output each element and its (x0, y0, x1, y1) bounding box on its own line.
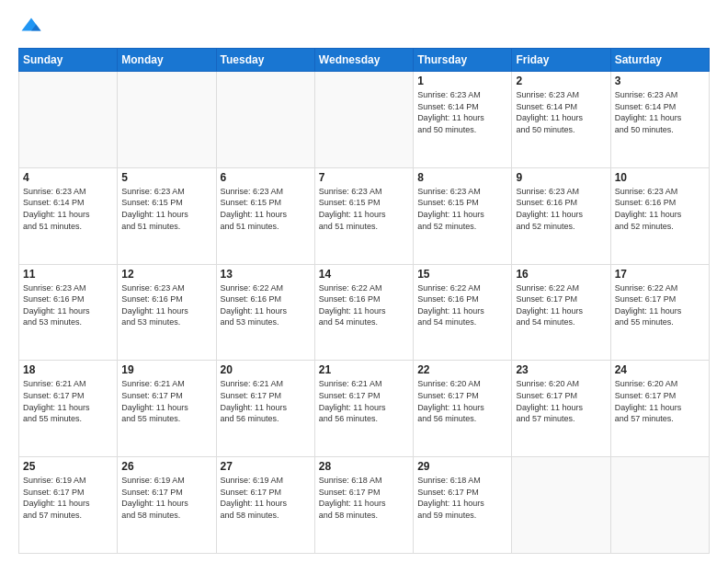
calendar-cell (610, 457, 709, 554)
page: SundayMondayTuesdayWednesdayThursdayFrid… (0, 0, 728, 563)
day-info: Sunrise: 6:23 AM Sunset: 6:16 PM Dayligh… (615, 186, 705, 232)
day-number: 3 (615, 75, 705, 87)
day-number: 12 (121, 268, 211, 281)
weekday-header-monday: Monday (118, 49, 216, 72)
day-info: Sunrise: 6:23 AM Sunset: 6:16 PM Dayligh… (23, 282, 113, 328)
calendar-cell: 5Sunrise: 6:23 AM Sunset: 6:15 PM Daylig… (118, 167, 216, 264)
day-info: Sunrise: 6:19 AM Sunset: 6:17 PM Dayligh… (121, 475, 211, 521)
day-number: 28 (319, 460, 409, 473)
day-info: Sunrise: 6:22 AM Sunset: 6:16 PM Dayligh… (319, 282, 409, 328)
day-number: 17 (615, 268, 705, 281)
day-info: Sunrise: 6:23 AM Sunset: 6:16 PM Dayligh… (516, 186, 606, 232)
day-number: 18 (23, 363, 113, 376)
day-info: Sunrise: 6:21 AM Sunset: 6:17 PM Dayligh… (23, 378, 113, 424)
calendar-week-3: 18Sunrise: 6:21 AM Sunset: 6:17 PM Dayli… (19, 361, 710, 457)
day-info: Sunrise: 6:23 AM Sunset: 6:15 PM Dayligh… (319, 186, 409, 232)
day-number: 26 (121, 460, 211, 473)
weekday-header-friday: Friday (512, 49, 610, 72)
calendar-cell: 26Sunrise: 6:19 AM Sunset: 6:17 PM Dayli… (118, 457, 216, 554)
calendar-cell: 6Sunrise: 6:23 AM Sunset: 6:15 PM Daylig… (216, 167, 314, 264)
day-info: Sunrise: 6:19 AM Sunset: 6:17 PM Dayligh… (221, 475, 311, 521)
day-info: Sunrise: 6:18 AM Sunset: 6:17 PM Dayligh… (319, 475, 409, 521)
weekday-header-tuesday: Tuesday (216, 49, 314, 72)
day-info: Sunrise: 6:23 AM Sunset: 6:14 PM Dayligh… (516, 89, 606, 135)
day-number: 2 (516, 75, 606, 87)
weekday-header-sunday: Sunday (19, 49, 118, 72)
weekday-header-wednesday: Wednesday (314, 49, 413, 72)
calendar-cell: 12Sunrise: 6:23 AM Sunset: 6:16 PM Dayli… (118, 264, 216, 361)
calendar-cell: 3Sunrise: 6:23 AM Sunset: 6:14 PM Daylig… (610, 72, 709, 168)
calendar-week-0: 1Sunrise: 6:23 AM Sunset: 6:14 PM Daylig… (19, 72, 710, 168)
weekday-header-saturday: Saturday (610, 49, 709, 72)
calendar-cell: 29Sunrise: 6:18 AM Sunset: 6:17 PM Dayli… (414, 457, 512, 554)
calendar-cell: 9Sunrise: 6:23 AM Sunset: 6:16 PM Daylig… (512, 167, 610, 264)
weekday-header-thursday: Thursday (414, 49, 512, 72)
calendar-cell: 19Sunrise: 6:21 AM Sunset: 6:17 PM Dayli… (118, 361, 216, 457)
day-info: Sunrise: 6:23 AM Sunset: 6:14 PM Dayligh… (417, 89, 507, 135)
calendar-cell: 25Sunrise: 6:19 AM Sunset: 6:17 PM Dayli… (19, 457, 118, 554)
calendar-cell: 11Sunrise: 6:23 AM Sunset: 6:16 PM Dayli… (19, 264, 118, 361)
day-info: Sunrise: 6:22 AM Sunset: 6:16 PM Dayligh… (221, 282, 311, 328)
calendar-cell: 1Sunrise: 6:23 AM Sunset: 6:14 PM Daylig… (414, 72, 512, 168)
calendar-cell: 21Sunrise: 6:21 AM Sunset: 6:17 PM Dayli… (314, 361, 413, 457)
day-info: Sunrise: 6:20 AM Sunset: 6:17 PM Dayligh… (516, 378, 606, 424)
day-number: 24 (615, 363, 705, 376)
calendar-table: SundayMondayTuesdayWednesdayThursdayFrid… (18, 48, 710, 554)
calendar-cell: 27Sunrise: 6:19 AM Sunset: 6:17 PM Dayli… (216, 457, 314, 554)
day-info: Sunrise: 6:23 AM Sunset: 6:15 PM Dayligh… (221, 186, 311, 232)
calendar-cell: 17Sunrise: 6:22 AM Sunset: 6:17 PM Dayli… (610, 264, 709, 361)
day-info: Sunrise: 6:18 AM Sunset: 6:17 PM Dayligh… (417, 475, 507, 521)
day-info: Sunrise: 6:20 AM Sunset: 6:17 PM Dayligh… (417, 378, 507, 424)
day-info: Sunrise: 6:22 AM Sunset: 6:17 PM Dayligh… (615, 282, 705, 328)
calendar-cell: 2Sunrise: 6:23 AM Sunset: 6:14 PM Daylig… (512, 72, 610, 168)
calendar-week-4: 25Sunrise: 6:19 AM Sunset: 6:17 PM Dayli… (19, 457, 710, 554)
day-number: 10 (615, 171, 705, 184)
day-info: Sunrise: 6:21 AM Sunset: 6:17 PM Dayligh… (319, 378, 409, 424)
calendar-cell: 13Sunrise: 6:22 AM Sunset: 6:16 PM Dayli… (216, 264, 314, 361)
day-info: Sunrise: 6:23 AM Sunset: 6:14 PM Dayligh… (615, 89, 705, 135)
day-number: 14 (319, 268, 409, 281)
day-info: Sunrise: 6:22 AM Sunset: 6:17 PM Dayligh… (516, 282, 606, 328)
day-number: 21 (319, 363, 409, 376)
day-info: Sunrise: 6:23 AM Sunset: 6:16 PM Dayligh… (121, 282, 211, 328)
calendar-cell (19, 72, 118, 168)
day-number: 23 (516, 363, 606, 376)
calendar-cell: 28Sunrise: 6:18 AM Sunset: 6:17 PM Dayli… (314, 457, 413, 554)
calendar-cell (314, 72, 413, 168)
day-number: 20 (221, 363, 311, 376)
day-number: 9 (516, 171, 606, 184)
day-info: Sunrise: 6:20 AM Sunset: 6:17 PM Dayligh… (615, 378, 705, 424)
day-info: Sunrise: 6:21 AM Sunset: 6:17 PM Dayligh… (221, 378, 311, 424)
day-number: 6 (221, 171, 311, 184)
day-number: 27 (221, 460, 311, 473)
day-number: 13 (221, 268, 311, 281)
day-info: Sunrise: 6:23 AM Sunset: 6:14 PM Dayligh… (23, 186, 113, 232)
calendar-cell: 23Sunrise: 6:20 AM Sunset: 6:17 PM Dayli… (512, 361, 610, 457)
day-number: 16 (516, 268, 606, 281)
day-number: 25 (23, 460, 113, 473)
day-number: 7 (319, 171, 409, 184)
day-info: Sunrise: 6:22 AM Sunset: 6:16 PM Dayligh… (417, 282, 507, 328)
calendar-cell: 10Sunrise: 6:23 AM Sunset: 6:16 PM Dayli… (610, 167, 709, 264)
day-number: 22 (417, 363, 507, 376)
calendar-week-1: 4Sunrise: 6:23 AM Sunset: 6:14 PM Daylig… (19, 167, 710, 264)
day-number: 11 (23, 268, 113, 281)
header (18, 15, 710, 40)
day-info: Sunrise: 6:19 AM Sunset: 6:17 PM Dayligh… (23, 475, 113, 521)
calendar-cell: 24Sunrise: 6:20 AM Sunset: 6:17 PM Dayli… (610, 361, 709, 457)
weekday-header-row: SundayMondayTuesdayWednesdayThursdayFrid… (19, 49, 710, 72)
calendar-week-2: 11Sunrise: 6:23 AM Sunset: 6:16 PM Dayli… (19, 264, 710, 361)
calendar-cell: 14Sunrise: 6:22 AM Sunset: 6:16 PM Dayli… (314, 264, 413, 361)
day-info: Sunrise: 6:21 AM Sunset: 6:17 PM Dayligh… (121, 378, 211, 424)
day-number: 4 (23, 171, 113, 184)
day-number: 15 (417, 268, 507, 281)
calendar-cell (512, 457, 610, 554)
calendar-cell: 22Sunrise: 6:20 AM Sunset: 6:17 PM Dayli… (414, 361, 512, 457)
calendar-cell: 18Sunrise: 6:21 AM Sunset: 6:17 PM Dayli… (19, 361, 118, 457)
day-info: Sunrise: 6:23 AM Sunset: 6:15 PM Dayligh… (417, 186, 507, 232)
calendar-cell: 20Sunrise: 6:21 AM Sunset: 6:17 PM Dayli… (216, 361, 314, 457)
calendar-cell: 7Sunrise: 6:23 AM Sunset: 6:15 PM Daylig… (314, 167, 413, 264)
logo-icon (18, 15, 44, 40)
calendar-cell (216, 72, 314, 168)
calendar-cell: 8Sunrise: 6:23 AM Sunset: 6:15 PM Daylig… (414, 167, 512, 264)
